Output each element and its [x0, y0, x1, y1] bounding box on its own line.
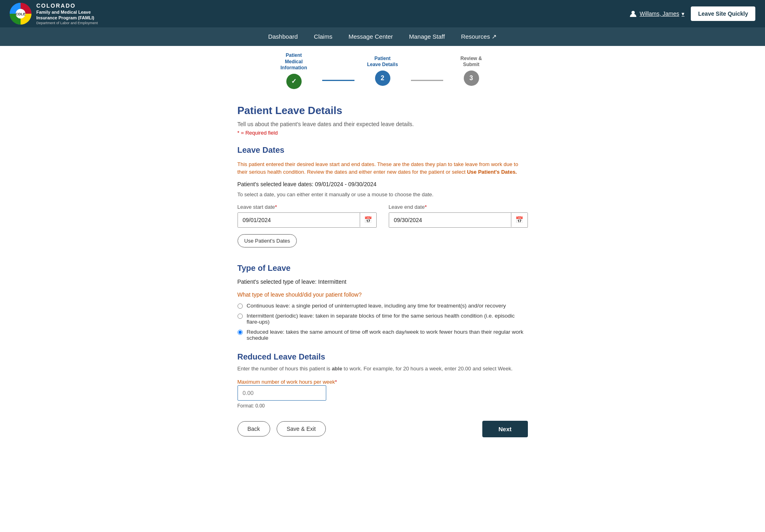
step-3-number: 3 — [469, 75, 473, 82]
step-2-number: 2 — [381, 75, 384, 82]
reduced-leave-title: Reduced Leave Details — [238, 352, 528, 362]
end-date-req: * — [425, 204, 427, 210]
user-icon — [629, 10, 637, 18]
leave-type-selected: Patient's selected type of leave: Interm… — [238, 278, 528, 285]
start-date-label: Leave start date* — [238, 204, 377, 210]
svg-text:CDLE: CDLE — [16, 12, 26, 16]
nav-dashboard[interactable]: Dashboard — [268, 33, 298, 40]
nav-manage-staff[interactable]: Manage Staff — [409, 33, 445, 40]
stepper-container: PatientMedicalInformation ✓ PatientLeave… — [0, 46, 765, 92]
nav-claims[interactable]: Claims — [314, 33, 332, 40]
step-3-circle: 3 — [464, 71, 479, 86]
end-date-label: Leave end date* — [389, 204, 528, 210]
reduced-leave-info: Enter the number of hours this patient i… — [238, 366, 528, 372]
bottom-buttons: Back Save & Exit Next — [238, 421, 528, 437]
leave-dates-title: Leave Dates — [238, 145, 528, 155]
selected-dates: Patient's selected leave dates: 09/01/20… — [238, 181, 528, 187]
main-content: Patient Leave Details Tell us about the … — [229, 92, 536, 532]
step-2: PatientLeave Details 2 — [354, 56, 411, 86]
required-note: * = Required field — [238, 130, 528, 136]
format-hint: Format: 0.00 — [238, 403, 528, 409]
radio-continuous-input[interactable] — [238, 303, 243, 309]
step-2-circle: 2 — [375, 71, 390, 86]
step-1: PatientMedicalInformation ✓ — [266, 52, 322, 89]
use-patient-dates-button[interactable]: Use Patient's Dates — [238, 234, 297, 247]
start-date-field: Leave start date* 📅 — [238, 204, 377, 228]
nav-message-center[interactable]: Message Center — [348, 33, 393, 40]
work-hours-input[interactable] — [238, 385, 326, 401]
header: CDLE COLORADO Family and Medical Leave I… — [0, 0, 765, 27]
step-3-label: Review &Submit — [461, 56, 482, 68]
user-name: Willams, James — [640, 10, 679, 17]
page-subtitle: Tell us about the patient's leave dates … — [238, 121, 528, 127]
nav-resources[interactable]: Resources ↗ — [461, 33, 497, 40]
department: Department of Labor and Employment — [36, 21, 98, 26]
end-date-calendar-btn[interactable]: 📅 — [511, 213, 527, 227]
end-date-input-wrap[interactable]: 📅 — [389, 212, 528, 228]
step-1-check-icon: ✓ — [291, 77, 296, 85]
state-name: COLORADO — [36, 2, 98, 9]
user-dropdown-icon: ▾ — [682, 10, 684, 17]
date-row: Leave start date* 📅 Leave end date* 📅 — [238, 204, 528, 228]
step-1-circle: ✓ — [286, 74, 302, 89]
radio-reduced[interactable]: Reduced leave: takes the same amount of … — [238, 329, 528, 341]
work-hours-label: Maximum number of work hours per week* — [238, 379, 337, 385]
end-date-input[interactable] — [389, 213, 511, 227]
start-date-input-wrap[interactable]: 📅 — [238, 212, 377, 228]
next-button[interactable]: Next — [482, 421, 528, 437]
program-line2: Insurance Program (FAMLI) — [36, 15, 98, 21]
back-button[interactable]: Back — [238, 421, 270, 436]
end-date-field: Leave end date* 📅 — [389, 204, 528, 228]
radio-continuous[interactable]: Continuous leave: a single period of uni… — [238, 303, 528, 309]
main-nav: Dashboard Claims Message Center Manage S… — [0, 27, 765, 46]
connector-1 — [322, 80, 354, 81]
leave-dates-info: This patient entered their desired leave… — [238, 160, 528, 176]
svg-point-3 — [632, 11, 635, 14]
radio-intermittent[interactable]: Intermittent (periodic) leave: taken in … — [238, 313, 528, 325]
leave-site-button[interactable]: Leave Site Quickly — [691, 6, 755, 21]
stepper: PatientMedicalInformation ✓ PatientLeave… — [266, 52, 500, 89]
start-date-req: * — [275, 204, 277, 210]
save-exit-button[interactable]: Save & Exit — [277, 421, 326, 436]
step-2-label: PatientLeave Details — [367, 56, 398, 68]
leave-type-question: What type of leave should/did your patie… — [238, 291, 528, 298]
radio-reduced-input[interactable] — [238, 330, 243, 335]
header-left: CDLE COLORADO Family and Medical Leave I… — [10, 2, 98, 25]
start-date-calendar-btn[interactable]: 📅 — [360, 213, 376, 227]
step-1-label: PatientMedicalInformation — [281, 52, 307, 71]
leave-type-radio-group: Continuous leave: a single period of uni… — [238, 303, 528, 341]
required-asterisk: * — [238, 130, 240, 136]
logo-text: COLORADO Family and Medical Leave Insura… — [36, 2, 98, 25]
step-3: Review &Submit 3 — [443, 56, 500, 86]
connector-2 — [411, 80, 443, 81]
radio-intermittent-input[interactable] — [238, 314, 243, 319]
type-of-leave-title: Type of Leave — [238, 264, 528, 273]
user-menu[interactable]: Willams, James ▾ — [629, 10, 684, 18]
state-logo: CDLE — [10, 3, 31, 25]
page-title: Patient Leave Details — [238, 104, 528, 117]
program-line1: Family and Medical Leave — [36, 9, 98, 15]
start-date-input[interactable] — [238, 213, 360, 227]
header-right: Willams, James ▾ Leave Site Quickly — [629, 6, 755, 21]
input-hint: To select a date, you can either enter i… — [238, 191, 528, 197]
